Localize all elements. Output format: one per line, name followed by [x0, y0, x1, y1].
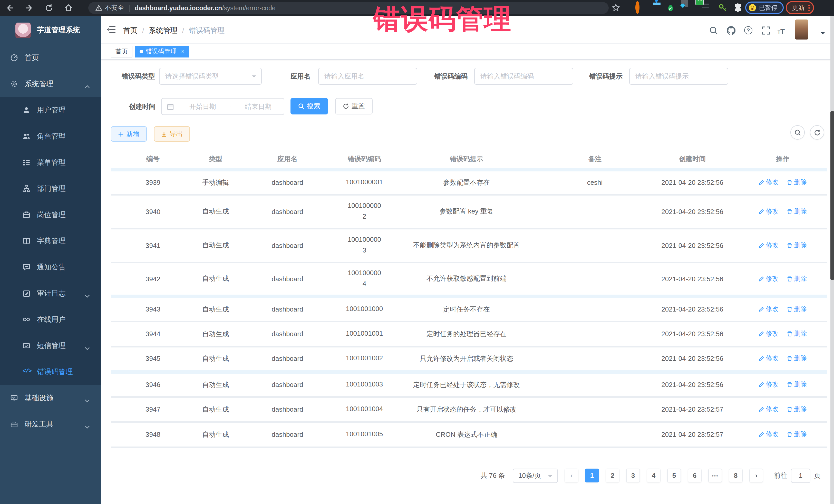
page-button-4[interactable]: 4	[647, 468, 660, 482]
home-icon[interactable]	[64, 4, 73, 12]
delete-link[interactable]: 删除	[787, 329, 807, 338]
extension-paused-pill[interactable]: 已暂停	[745, 2, 784, 14]
more-pages-button[interactable]: •••	[708, 468, 722, 482]
delete-link[interactable]: 删除	[787, 207, 807, 216]
extension-blue-gem-icon[interactable]	[652, 3, 662, 12]
tag-home[interactable]: 首页	[111, 45, 132, 57]
github-icon[interactable]	[727, 26, 736, 35]
extension-orange-ring-icon[interactable]	[635, 3, 644, 12]
sidebar-item-system[interactable]: 系统管理	[0, 71, 101, 97]
breadcrumb-home[interactable]: 首页	[123, 26, 137, 36]
url-host[interactable]: dashboard.yudao.iocoder.cn	[135, 4, 222, 12]
filter-date-range[interactable]: 开始日期 - 结束日期	[161, 98, 284, 115]
extension-green-check-icon[interactable]: ✓	[668, 3, 678, 12]
page-button-6[interactable]: 6	[688, 468, 702, 482]
sidebar-item-users[interactable]: 用户管理	[0, 97, 101, 123]
bookmark-star-icon[interactable]	[612, 4, 620, 12]
delete-link[interactable]: 删除	[787, 241, 807, 250]
delete-link[interactable]: 删除	[787, 305, 807, 313]
delete-link[interactable]: 删除	[787, 274, 807, 283]
filter-code-input[interactable]	[475, 68, 573, 84]
page-button-5[interactable]: 5	[667, 468, 681, 482]
tag-close-icon[interactable]: ×	[181, 48, 184, 54]
next-page-button[interactable]: ›	[749, 468, 763, 482]
sidebar-item-dev-tools[interactable]: 研发工具	[0, 411, 101, 437]
fullscreen-icon[interactable]	[762, 26, 770, 35]
page-button-8[interactable]: 8	[729, 468, 743, 482]
table-row[interactable]: 3943自动生成dashboard1001001000定时任务不存在2021-0…	[111, 296, 827, 321]
edit-link[interactable]: 修改	[759, 430, 778, 439]
prev-page-button[interactable]: ‹	[565, 468, 578, 482]
security-label[interactable]: 不安全	[105, 4, 124, 12]
edit-link[interactable]: 修改	[759, 178, 778, 187]
page-button-3[interactable]: 3	[626, 468, 640, 482]
edit-link[interactable]: 修改	[759, 405, 778, 414]
app-logo-row[interactable]: 芋道管理系统	[0, 16, 101, 45]
sidebar-item-error-code[interactable]: </> 错误码管理	[0, 359, 101, 385]
user-avatar[interactable]	[795, 20, 808, 40]
edit-link[interactable]: 修改	[759, 274, 778, 283]
sidebar-item-dict[interactable]: 字典管理	[0, 228, 101, 254]
browser-update-button[interactable]: 更新	[786, 1, 814, 14]
delete-link[interactable]: 删除	[787, 430, 807, 439]
extensions-puzzle-icon[interactable]	[733, 3, 743, 12]
filter-msg-input[interactable]	[630, 68, 728, 84]
sidebar-item-sms[interactable]: 短信管理	[0, 333, 101, 359]
table-row[interactable]: 3942自动生成dashboard100100000 4不允许获取敏感配置到前端…	[111, 262, 827, 296]
sidebar-item-home[interactable]: 首页	[0, 45, 101, 71]
date-end-placeholder[interactable]: 结束日期	[233, 102, 284, 111]
browser-menu-kebab-icon[interactable]	[808, 4, 810, 11]
font-size-icon[interactable]: TT	[777, 27, 785, 36]
table-row[interactable]: 3944自动生成dashboard1001001001定时任务的处理器已经存在2…	[111, 321, 827, 346]
back-icon[interactable]	[5, 4, 14, 12]
sidebar-item-notice[interactable]: 通知公告	[0, 254, 101, 280]
edit-link[interactable]: 修改	[759, 207, 778, 216]
forward-icon[interactable]	[25, 4, 34, 12]
page-size-select[interactable]: 10条/页	[513, 468, 558, 483]
scrollbar-thumb[interactable]	[830, 111, 834, 280]
edit-link[interactable]: 修改	[759, 241, 778, 250]
reset-button[interactable]: 重置	[335, 98, 373, 114]
goto-page-input[interactable]	[791, 468, 810, 483]
show-search-toggle-button[interactable]	[790, 125, 805, 139]
address-bar[interactable]: 不安全 dashboard.yudao.iocoder.cn/system/er…	[88, 2, 609, 14]
edit-link[interactable]: 修改	[759, 380, 778, 389]
table-row[interactable]: 3947自动生成dashboard1001001004只有开启状态的任务，才可以…	[111, 397, 827, 422]
reload-icon[interactable]	[45, 4, 53, 12]
header-search-icon[interactable]	[709, 26, 718, 35]
page-button-2[interactable]: 2	[606, 468, 619, 482]
page-button-1[interactable]: 1	[585, 468, 599, 482]
table-row[interactable]: 3948自动生成dashboard1001001005CRON 表达式不正确20…	[111, 422, 827, 447]
table-row[interactable]: 3940自动生成dashboard100100000 2参数配置 key 重复2…	[111, 195, 827, 228]
delete-link[interactable]: 删除	[787, 178, 807, 187]
sidebar-item-depts[interactable]: 部门管理	[0, 176, 101, 202]
table-row[interactable]: 3945自动生成dashboard1001001002只允许修改为开启或者关闭状…	[111, 346, 827, 372]
extension-on-badge-icon[interactable]: on	[702, 4, 711, 13]
edit-link[interactable]: 修改	[759, 305, 778, 313]
sidebar-item-infra[interactable]: 基础设施	[0, 385, 101, 411]
url-path[interactable]: /system/error-code	[222, 4, 275, 12]
edit-link[interactable]: 修改	[759, 329, 778, 338]
breadcrumb-system[interactable]: 系统管理	[149, 26, 178, 36]
sidebar-item-audit-log[interactable]: 审计日志	[0, 280, 101, 306]
table-row[interactable]: 3941自动生成dashboard100100000 3不能删除类型为系统内置的…	[111, 228, 827, 262]
filter-app-input[interactable]	[319, 68, 417, 84]
date-start-placeholder[interactable]: 开始日期	[177, 102, 228, 111]
filter-type-select[interactable]: 请选择错误码类型	[159, 68, 262, 85]
page-scrollbar[interactable]	[830, 16, 834, 504]
extension-grid-icon[interactable]	[685, 4, 694, 13]
sidebar-toggle-icon[interactable]	[107, 26, 115, 34]
delete-link[interactable]: 删除	[787, 354, 807, 363]
extension-key-icon[interactable]	[718, 3, 727, 12]
sidebar-item-roles[interactable]: 角色管理	[0, 123, 101, 149]
search-button[interactable]: 搜索	[290, 98, 328, 114]
edit-link[interactable]: 修改	[759, 354, 778, 363]
export-button[interactable]: 导出	[154, 126, 190, 141]
delete-link[interactable]: 删除	[787, 380, 807, 389]
tag-error-code[interactable]: 错误码管理 ×	[135, 45, 189, 57]
sidebar-item-menus[interactable]: 菜单管理	[0, 149, 101, 176]
add-button[interactable]: 新增	[111, 126, 147, 141]
delete-link[interactable]: 删除	[787, 405, 807, 414]
table-row[interactable]: 3939手动编辑dashboard1001000001参数配置不存在ceshi2…	[111, 169, 827, 195]
avatar-dropdown-caret-icon[interactable]	[820, 32, 825, 37]
